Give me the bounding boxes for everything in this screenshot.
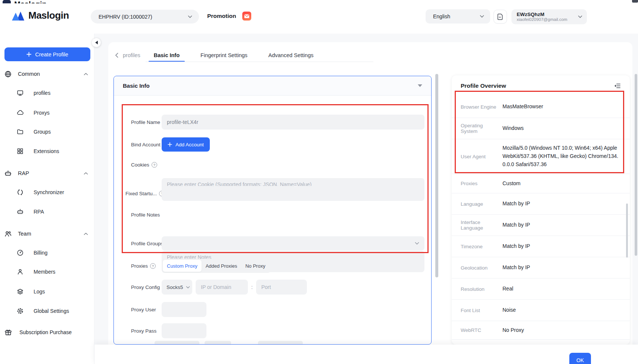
tab-divider (146, 62, 373, 62)
fixed-startup-input[interactable] (162, 186, 424, 201)
promotion-label: Promotion (207, 13, 236, 19)
sidebar-item-members[interactable]: Members (0, 264, 94, 279)
gauge-icon (17, 249, 24, 256)
basic-info-header[interactable]: Basic Info (114, 76, 431, 96)
tab-advanced-settings[interactable]: Advanced Settings (268, 42, 314, 68)
robot-icon (17, 208, 24, 215)
chevron-up-icon (84, 73, 88, 75)
logo-text: Maslogin (28, 10, 69, 21)
sidebar-item-billing[interactable]: Billing (0, 245, 94, 260)
tab-basic-info[interactable]: Basic Info (154, 42, 180, 68)
tab-fingerprint-settings[interactable]: Fingerprint Settings (200, 42, 248, 68)
add-account-button[interactable]: Add Account (162, 137, 210, 152)
document-icon (497, 13, 503, 20)
proxies-field: Custom Proxy Added Proxies No Proxy (162, 259, 271, 273)
sidebar-item-label: Subscription Purchase (19, 329, 72, 335)
gear-icon (17, 308, 24, 314)
overview-rows: Browser EngineMasMateBrowser Operating S… (452, 96, 630, 340)
sidebar-section-team[interactable]: Team (0, 226, 94, 241)
chevron-down-icon (480, 15, 484, 18)
proxy-tab-custom[interactable]: Custom Proxy (163, 260, 202, 272)
account-info: EWzSQhzM xiaofei020907@gmail.com (517, 12, 567, 22)
chevron-down-icon (188, 15, 192, 18)
collapse-panel-icon[interactable] (614, 83, 621, 89)
footer-bar: OK (94, 345, 638, 364)
help-icon[interactable] (150, 263, 156, 269)
folder-icon (17, 128, 24, 135)
monitor-icon (17, 90, 24, 96)
collapse-caret-icon[interactable] (418, 84, 422, 87)
window-scrollbar[interactable] (635, 74, 637, 256)
logo-mark-icon (11, 10, 25, 21)
overview-scrollbar[interactable] (626, 203, 628, 258)
sidebar-item-label: Global Settings (34, 308, 69, 314)
cutoff-element (155, 341, 199, 344)
proxy-user-label: Proxy User (131, 302, 156, 317)
globe-icon (4, 71, 12, 78)
proxy-user-input[interactable] (162, 302, 206, 317)
colon-separator: : (251, 284, 253, 290)
breadcrumb-back[interactable]: profiles (115, 52, 140, 58)
create-profile-label: Create Profile (35, 52, 68, 57)
overview-row: LanguageMatch by IP (452, 193, 630, 215)
help-icon[interactable] (152, 162, 157, 168)
language-select[interactable]: English (426, 9, 490, 24)
sidebar-item-extensions[interactable]: Extensions (0, 144, 94, 159)
sidebar-item-logs[interactable]: Logs (0, 284, 94, 299)
fixed-startup-label: Fixed Startu... (125, 186, 165, 201)
proxy-type-value: Socks5 (166, 284, 183, 290)
sidebar-item-groups[interactable]: Groups (0, 124, 94, 139)
proxy-pass-field (162, 323, 206, 338)
browser-tab-artifact: Maslogin (3, 0, 47, 3)
collapse-sidebar-button[interactable] (92, 38, 101, 47)
sidebar-item-subscription-purchase[interactable]: Subscription Purchase (0, 325, 94, 340)
chevron-up-icon (84, 172, 88, 175)
create-profile-button[interactable]: Create Profile (4, 47, 90, 61)
proxy-config-field: Socks5 : (162, 280, 307, 295)
proxy-tab-added[interactable]: Added Proxies (202, 260, 242, 272)
plus-icon (168, 142, 172, 147)
profile-name-label: Profile Name (131, 115, 160, 130)
account-menu[interactable]: EWzSQhzM xiaofei020907@gmail.com (511, 9, 587, 24)
profile-groups-label: Profile Groups (131, 236, 163, 251)
cookies-label: Cookies (131, 160, 157, 169)
ok-button[interactable]: OK (569, 353, 591, 364)
proxy-tab-none[interactable]: No Proxy (241, 260, 269, 272)
workspace-select[interactable]: EHPHRV (ID:1000027) (91, 10, 199, 24)
plus-icon (27, 52, 31, 57)
proxy-pass-input[interactable] (162, 323, 206, 338)
sidebar-item-proxys[interactable]: Proxys (0, 105, 94, 120)
chevron-up-icon (84, 233, 88, 235)
profile-name-field (162, 115, 424, 130)
panel-scrollbar[interactable] (435, 74, 438, 277)
bind-account-field: Add Account (162, 137, 210, 152)
sidebar-item-synchronizer[interactable]: Synchronizer (0, 185, 94, 200)
sidebar-section-common[interactable]: Common (0, 66, 94, 81)
profile-name-input[interactable] (162, 115, 424, 130)
cutoff-element (258, 341, 303, 344)
account-email: xiaofei020907@gmail.com (517, 17, 567, 22)
sidebar-item-global-settings[interactable]: Global Settings (0, 304, 94, 318)
top-bar: Maslogin Maslogin EHPHRV (ID:1000027) Pr… (0, 0, 638, 34)
sidebar-item-label: profiles (34, 90, 50, 96)
overview-row: Browser EngineMasMateBrowser (452, 96, 630, 118)
team-icon (4, 230, 12, 237)
sidebar-item-profiles[interactable]: profiles (0, 85, 94, 100)
sync-icon (17, 189, 24, 196)
sidebar-section-rap[interactable]: RAP (0, 166, 94, 181)
profile-groups-select[interactable] (162, 236, 424, 251)
sidebar-item-rpa[interactable]: RPA (0, 204, 94, 219)
triangle-left-icon (95, 41, 98, 44)
grid-icon (17, 148, 24, 155)
proxy-ip-input[interactable] (196, 280, 248, 295)
proxies-label: Proxies (131, 259, 156, 273)
sidebar: Create Profile Common profiles Proxys Gr… (0, 34, 94, 364)
profile-notes-label: Profile Notes (131, 210, 160, 220)
account-name: EWzSQhzM (517, 12, 567, 18)
proxy-port-input[interactable] (256, 280, 307, 295)
notes-document-button[interactable] (494, 10, 507, 24)
overview-row: WebRTCNo Proxy (452, 321, 630, 340)
proxy-type-select[interactable]: Socks5 (162, 280, 192, 295)
promotion-link[interactable]: Promotion (207, 12, 251, 21)
breadcrumb-label: profiles (123, 52, 140, 58)
